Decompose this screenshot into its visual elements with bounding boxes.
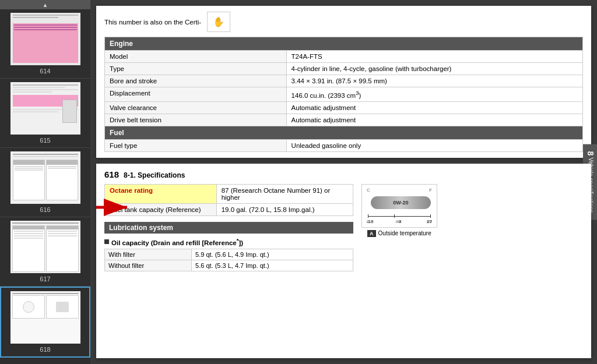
sidebar-item-615[interactable]: 615 [0,79,90,148]
sidebar-item-614[interactable]: 614 [0,9,90,79]
axis-bottom-labels: 0 40 80 [367,219,432,224]
viscosity-chart: C F 0W-20 -18 4 27 [361,184,437,228]
fuel-continuation-table: Octane rating 87 (Research Octane Number… [104,184,353,216]
engine-model-value: T24A-FTS [286,51,582,63]
sidebar-item-617[interactable]: 617 [0,217,90,287]
sidebar: ▲ 614 [0,0,90,364]
celsius-label: C [367,188,370,193]
fuel-type-value: Unleaded gasoline only [286,139,582,151]
drive-belt-label: Drive belt tension [105,114,287,126]
outside-temp-section: A Outside temperature [367,230,431,237]
fuel-type-label: Fuel type [105,139,287,151]
engine-table: Engine Model T24A-FTS Type 4-cylinder in… [104,37,583,152]
without-filter-value: 5.6 qt. (5.3 L, 4.7 Imp. qt.) [192,260,353,271]
f-label-40: 40 [395,219,401,224]
thumbnail-616 [10,151,80,204]
page-number-614: 614 [40,68,50,75]
chart-top-labels: C F [367,188,432,193]
sidebar-item-618[interactable]: 618 [0,287,90,358]
valve-clearance-value: Automatic adjustment [286,101,582,114]
lube-section: Lubrication system Oil capacity (Drain a… [104,222,353,271]
table-row: Fuel type Unleaded gasoline only [105,139,583,151]
fuel-header: Fuel [105,126,583,139]
thumbnail-617 [10,221,80,273]
fahrenheit-label: F [429,188,432,193]
f-label-80: 80 [427,219,432,224]
page-number-615: 615 [40,137,50,144]
table-row: Model T24A-FTS [105,51,583,63]
tab-number: 8 [586,151,595,156]
page-number-617: 617 [40,275,50,282]
viscosity-bar: 0W-20 [371,196,431,209]
oil-capacity-title: Oil capacity (Drain and refill [Referenc… [104,237,353,246]
table-row: Valve clearance Automatic adjustment [105,101,583,114]
table-row: Fuel tank capacity (Reference) 19.0 gal.… [105,203,353,215]
table-row: Octane rating 87 (Research Octane Number… [105,184,353,203]
main-content: This number is also on the Certi- ✋ Engi… [90,0,597,364]
top-document-panel: This number is also on the Certi- ✋ Engi… [96,6,591,158]
table-row: With filter 5.9 qt. (5.6 L, 4.9 Imp. qt.… [105,249,353,260]
page-number-618: 618 [40,346,50,353]
table-row: Bore and stroke 3.44 × 3.91 in. (87.5 × … [105,75,583,87]
displacement-label: Displacement [105,87,287,102]
engine-header: Engine [105,37,583,51]
thumbnail-618 [10,291,80,344]
lube-header: Lubrication system [104,222,353,234]
fuel-tank-value: 19.0 gal. (72.0 L, 15.8 Imp.gal.) [216,203,353,215]
page-header: 618 8-1. Specifications [104,169,583,179]
bottom-left: Octane rating 87 (Research Octane Number… [104,184,353,271]
temperature-axis [368,216,431,217]
bottom-document-panel: 618 8-1. Specifications Octane rating 87… [96,164,591,358]
table-row: Displacement 146.0 cu.in. (2393 cm3) [105,87,583,102]
bottom-layout: Octane rating 87 (Research Octane Number… [104,184,583,271]
engine-type-label: Type [105,63,287,75]
bore-stroke-label: Bore and stroke [105,75,287,87]
bore-stroke-value: 3.44 × 3.91 in. (87.5 × 99.5 mm) [286,75,582,87]
oil-capacity-label: Oil capacity (Drain and refill [Referenc… [111,237,243,246]
scroll-up-indicator[interactable]: ▲ [0,0,90,9]
drive-belt-value: Automatic adjustment [286,114,582,126]
bullet-icon [104,239,109,244]
table-row: Type 4-cylinder in line, 4-cycle, gasoli… [105,63,583,75]
sidebar-item-616[interactable]: 616 [0,148,90,217]
cert-icon: ✋ [207,12,230,32]
table-row: Without filter 5.6 qt. (5.3 L, 4.7 Imp. … [105,260,353,271]
page-number-label: 618 [104,169,119,179]
table-row: Drive belt tension Automatic adjustment [105,114,583,126]
without-filter-label: Without filter [105,260,192,271]
engine-type-value: 4-cylinder in line, 4-cycle, gasoline (w… [286,63,582,75]
label-a-badge: A [367,230,376,237]
with-filter-value: 5.9 qt. (5.6 L, 4.9 Imp. qt.) [192,249,353,260]
cert-label: This number is also on the Certi- [104,19,201,26]
octane-rating-value: 87 (Research Octane Number 91) or higher [216,184,353,203]
outside-temp-label: Outside temperature [378,230,431,236]
section-title: 8-1. Specifications [124,171,185,179]
f-label-0: 0 [367,219,369,224]
engine-model-label: Model [105,51,287,63]
with-filter-label: With filter [105,249,192,260]
thumbnail-615 [10,82,80,135]
viscosity-section: C F 0W-20 -18 4 27 [361,184,437,271]
thumbnail-614 [10,13,80,65]
arrow-container [96,197,134,220]
cert-text: This number is also on the Certi- ✋ [104,12,583,32]
oil-grade-label: 0W-20 [393,200,408,206]
page-number-616: 616 [40,206,50,213]
red-arrow [96,197,134,218]
oil-capacity-table: With filter 5.9 qt. (5.6 L, 4.9 Imp. qt.… [104,249,353,271]
displacement-value: 146.0 cu.in. (2393 cm3) [286,87,582,102]
valve-clearance-label: Valve clearance [105,101,287,114]
